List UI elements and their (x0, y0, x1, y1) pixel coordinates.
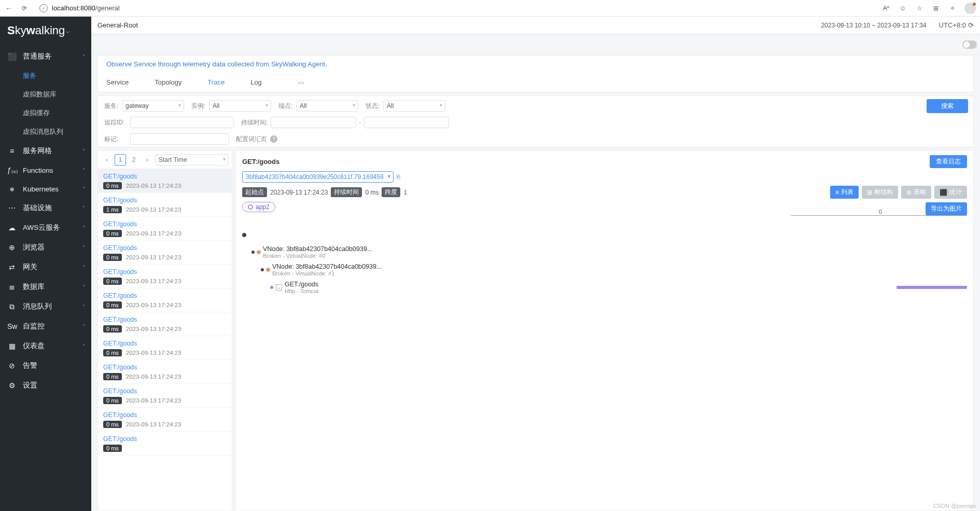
sidebar-item[interactable]: ≡服务网格˅ (0, 141, 91, 161)
sidebar-item[interactable]: ⎈Kubernetes˅ (0, 179, 91, 198)
sidebar-item[interactable]: ƒ₍ₓ₎Functions˅ (0, 161, 91, 179)
trace-item[interactable]: GET:/goods 0 ms2023-09-13 17:24:23 (98, 241, 232, 265)
sidebar-sub-item[interactable]: 服务 (0, 66, 91, 85)
endpoint-select[interactable]: All (296, 100, 358, 112)
service-select[interactable]: gateway (122, 100, 184, 112)
tab-topology[interactable]: Topology (155, 76, 181, 88)
auto-refresh-toggle[interactable] (962, 40, 977, 49)
info-icon[interactable]: i (39, 4, 48, 12)
time-range[interactable]: 2023-09-13 10:10 ~ 2023-09-13 17:34 (821, 22, 926, 29)
back-icon[interactable]: ← (4, 4, 13, 13)
pager-prev[interactable]: ‹ (101, 154, 113, 165)
collapse-icon[interactable]: - (276, 284, 282, 291)
main: General-Root 2023-09-13 10:10 ~ 2023-09-… (91, 17, 980, 511)
span-row[interactable]: -GET:/goodsHttp - Tomcat (242, 279, 967, 296)
pager-page[interactable]: 2 (128, 154, 139, 165)
trace-item[interactable]: GET:/goods 0 ms2023-09-13 17:24:23 (98, 288, 232, 312)
copy-icon[interactable]: ⎘ (397, 173, 400, 181)
sidebar-sub-item[interactable]: 虚拟数据库 (0, 85, 91, 104)
pager-page[interactable]: 1 (115, 154, 126, 165)
trace-item[interactable]: GET:/goods 0 ms2023-09-13 17:24:23 (98, 336, 232, 360)
instance-select[interactable]: All (209, 100, 271, 112)
view-log-button[interactable]: 查看日志 (930, 155, 967, 168)
trace-item[interactable]: GET:/goods 0 ms2023-09-13 17:24:23 (98, 265, 232, 288)
trace-list-panel: ‹ 12 › Start Time GET:/goods 0 ms2023-09… (97, 150, 232, 511)
traceid-input[interactable] (130, 117, 234, 128)
trace-name: GET:/goods (103, 435, 227, 443)
view-stat-button[interactable]: ⬛ 统计 (934, 186, 967, 199)
text-size-icon[interactable]: Aᴬ (881, 4, 891, 13)
trace-item[interactable]: GET:/goods 0 ms2023-09-13 17:24:23 (98, 217, 232, 241)
pager-next[interactable]: › (142, 154, 153, 165)
address-bar[interactable]: i localhost:8080/general (35, 2, 875, 15)
trace-id-select[interactable]: 3bf8ab42307b404ca0b0939e250c611f.79.1694… (242, 171, 394, 183)
nav-icon: ▦ (7, 342, 17, 350)
help-icon[interactable]: ? (270, 135, 277, 143)
sort-select[interactable]: Start Time (155, 154, 229, 165)
span-row[interactable]: VNode: 3bf8ab42307b404ca0b0939...Broken … (242, 243, 967, 261)
view-table-button[interactable]: ≣ 表格 (901, 186, 931, 199)
tag-input[interactable] (130, 133, 229, 145)
sidebar-item[interactable]: ⧉消息队列˅ (0, 297, 91, 316)
tab-service[interactable]: Service (106, 76, 129, 88)
status-select[interactable]: All (383, 100, 445, 112)
nav-label: 告警 (23, 361, 37, 370)
nav-label: 自监控 (23, 322, 45, 331)
timezone[interactable]: UTC+8:0 ⟳ (939, 21, 974, 29)
trace-item[interactable]: GET:/goods 0 ms (98, 432, 232, 455)
star-outline-icon[interactable]: ✩ (898, 4, 907, 13)
search-button[interactable]: 搜索 (927, 99, 968, 113)
span-subtitle: Http - Tomcat (285, 288, 318, 294)
sidebar-item[interactable]: ⇄网关˅ (0, 257, 91, 277)
copy-tab-icon[interactable]: ▭ (298, 79, 304, 86)
profile-avatar[interactable] (964, 3, 976, 14)
favorite-icon[interactable]: ☆ (915, 4, 924, 13)
duration-min-input[interactable] (271, 117, 356, 128)
sidebar-item[interactable]: ⋯基础设施˅ (0, 198, 91, 218)
instance-label: 实例: (191, 102, 207, 111)
trace-item[interactable]: GET:/goods 0 ms2023-09-13 17:24:23 (98, 408, 232, 432)
span-row[interactable] (242, 227, 967, 243)
extensions-icon[interactable]: ✧ (948, 4, 957, 13)
span-row[interactable]: VNode: 3bf8ab42307b404ca0b0939...Broken … (242, 261, 967, 279)
sidebar-item[interactable]: ⊕浏览器˅ (0, 238, 91, 257)
sidebar-item[interactable]: ⊘告警 (0, 356, 91, 376)
sidebar-sub-item[interactable]: 虚拟缓存 (0, 104, 91, 122)
trace-item[interactable]: GET:/goods 0 ms2023-09-13 17:24:23 (98, 384, 232, 408)
tab-log[interactable]: Log (250, 76, 262, 88)
chevron-icon: ˅ (82, 304, 85, 310)
trace-item[interactable]: GET:/goods 1 ms2023-09-13 17:24:23 (98, 193, 232, 217)
trace-timestamp: 2023-09-13 17:24:23 (126, 421, 181, 427)
sidebar-item[interactable]: ≣数据库˅ (0, 277, 91, 297)
chevron-icon: ˅ (82, 343, 85, 349)
trace-item[interactable]: GET:/goods 0 ms2023-09-13 17:24:23 (98, 360, 232, 384)
duration-max-input[interactable] (364, 117, 449, 128)
duration-badge: 0 ms (103, 254, 122, 261)
collections-icon[interactable]: ⊞ (931, 4, 941, 13)
refresh-icon[interactable]: ⟳ (20, 4, 29, 13)
trace-item[interactable]: GET:/goods 0 ms2023-09-13 17:24:23 (98, 312, 232, 336)
sidebar-item[interactable]: ⬛普通服务˄ (0, 47, 91, 66)
sidebar-item[interactable]: ⚙设置 (0, 376, 91, 395)
tab-trace[interactable]: Trace (207, 76, 225, 88)
export-image-button[interactable]: 导出为图片 (926, 202, 967, 215)
span-subtitle: Broken - VirtualNode: #0 (263, 253, 372, 259)
nav-icon: ☁ (7, 224, 17, 232)
nav-icon: ƒ₍ₓ₎ (7, 166, 17, 174)
sidebar-item[interactable]: ☁AWS云服务˅ (0, 218, 91, 238)
sidebar-item[interactable]: ▦仪表盘˅ (0, 336, 91, 356)
sidebar-item[interactable]: Sw自监控˅ (0, 316, 91, 336)
span-title: VNode: 3bf8ab42307b404ca0b0939... (263, 245, 372, 253)
chevron-icon: ˅ (82, 225, 85, 231)
trace-item[interactable]: GET:/goods 0 ms2023-09-13 17:24:23 (98, 169, 232, 193)
trace-timestamp: 2023-09-13 17:24:23 (126, 397, 181, 404)
view-list-button[interactable]: ≡ 列表 (830, 186, 859, 199)
logo: Skywalking◡ (0, 22, 91, 47)
view-tree-button[interactable]: ⊞ 树结构 (862, 186, 898, 199)
trace-name: GET:/goods (103, 244, 227, 252)
sidebar-sub-item[interactable]: 虚拟消息队列 (0, 122, 91, 141)
app-tag[interactable]: app2 (242, 202, 275, 212)
trace-timestamp: 2023-09-13 17:24:23 (126, 374, 181, 380)
span-node-icon (251, 251, 255, 254)
trace-timestamp: 2023-09-13 17:24:23 (126, 302, 181, 308)
